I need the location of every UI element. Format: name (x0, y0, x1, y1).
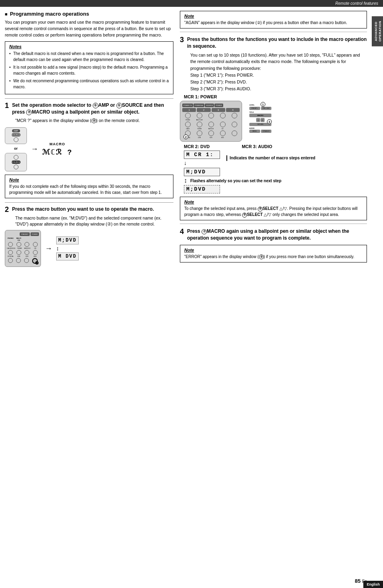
cd-s: CD (217, 128, 228, 130)
circle-5 (8, 250, 13, 255)
page-number: 85 (355, 578, 361, 584)
notes-title: Notes (9, 44, 169, 49)
circle-11 (24, 258, 29, 263)
english-label: English (367, 582, 380, 586)
step3-body: You can set up to 10 steps (10 functions… (190, 52, 367, 92)
circle-8 (33, 250, 38, 255)
src-labels-2: V.AUX TUNER MD/CD-R CD (182, 128, 240, 130)
indicates-box: Indicates the number of macro steps ente… (226, 155, 315, 161)
circle-1 (8, 242, 13, 247)
step2-remote-diagram: STANDBY POWER PHONO MULTI CH (5, 230, 173, 267)
multich-label: MULTI CH (15, 237, 23, 241)
s15 (232, 130, 237, 136)
source-btn: SOURCE (12, 133, 20, 136)
s14 (220, 130, 226, 136)
mcr1-section: MCR 1: POWER POWER TV POWER AV SOURCE PO… (180, 94, 367, 142)
empty-s3 (228, 119, 240, 121)
src-circles-2 (182, 122, 240, 127)
arrow-indicates: ↓ (184, 160, 187, 166)
mcr3-label: MCR 3: AUDIO (242, 144, 272, 149)
callout-2: 2 (183, 134, 188, 139)
s12 (197, 130, 202, 136)
right-arrow-btn: ▷ (261, 118, 265, 122)
mdcdr-label: MD/CD-R (24, 248, 31, 249)
intro-text: You can program your own macro and use t… (5, 19, 173, 38)
aux-label: V.AUX/DOCK (7, 248, 15, 249)
dvd-circle-highlight: ↗ (32, 258, 38, 264)
source-sw: SOURCE (205, 104, 214, 107)
arrow-flashes: ↕ Flashes alternately so you can set the… (184, 177, 367, 184)
note-top-title: Note (184, 14, 363, 18)
empty-s5 (228, 137, 240, 138)
step3-title: Press the buttons for the functions you … (187, 36, 367, 50)
header-title: Remote control features (335, 1, 378, 6)
note-item-3: We do not recommend programming continuo… (9, 78, 169, 90)
led-mcr1: M CR 1: (184, 151, 220, 159)
circle-7 (24, 250, 29, 255)
header-bar: Remote control features (0, 0, 383, 7)
power-amp: POWER (214, 104, 223, 107)
s5 (232, 113, 237, 118)
n2: 2 (197, 108, 210, 112)
arrow-right-2: → (45, 244, 52, 253)
vaux-s: V.AUX (182, 128, 194, 130)
preset-plus: PRESET+ (249, 107, 260, 110)
circle-row-1 (7, 242, 39, 247)
step3-body-text: You can set up to 10 steps (10 functions… (190, 53, 360, 71)
section-title: Programming macro operations (5, 11, 173, 17)
led-flow-section: M CR 1: ↓ Indicates the number of macro … (184, 151, 367, 166)
circle-3 (24, 242, 29, 247)
s9 (220, 122, 226, 127)
note-middle-text: To change the selected input area, press… (184, 205, 363, 218)
step3-num: 3 (180, 36, 184, 43)
s7 (197, 122, 202, 127)
amp-btn: AMP (12, 129, 20, 132)
note-item-2: It is not possible to add a new signal (… (9, 64, 169, 76)
audio-label-r: AUDIO (249, 127, 271, 129)
divider-2 (180, 224, 367, 224)
empty1 (23, 237, 31, 241)
circle-row-2 (7, 250, 39, 255)
empty2 (32, 237, 39, 241)
display-mdvd-2: M DVD (56, 252, 79, 260)
circle-6 (16, 250, 21, 255)
cd-label: CD (31, 248, 39, 249)
n1: 1 (182, 108, 196, 112)
step3-proc3: Step 3 ("MCR 3"): Press AUDIO. (190, 86, 251, 91)
note-middle-title: Note (184, 199, 363, 204)
or-label: or (14, 146, 18, 151)
circle-9 (8, 258, 13, 263)
dvr-label: DVR (15, 256, 22, 257)
step2-title: Press the macro button you want to use t… (12, 206, 154, 213)
mcr1-remote: POWER TV POWER AV SOURCE POWER 1 2 3 4 (180, 101, 242, 142)
note-bottom-box: Note "ERROR" appears in the display wind… (180, 245, 367, 262)
standby-btn: STANDBY (20, 232, 30, 236)
step4-num: 4 (180, 228, 184, 235)
multicdr-s: MULTI CDR (194, 119, 205, 121)
s3 (208, 113, 214, 118)
empty-s2 (217, 119, 228, 121)
divider-1 (180, 32, 367, 32)
mdcdr-s: MD/CD-R (206, 128, 217, 130)
title-label: TITLE (249, 111, 271, 113)
notes-list: The default macro is not cleared when a … (9, 51, 169, 90)
preset-btns: PRESET+ STBY DISP (249, 107, 271, 110)
src-circles-3 (182, 130, 240, 136)
display-mdvd-1: M;DVD (56, 236, 79, 244)
source-grid: PHONO MULTI CH (7, 237, 39, 241)
macro-indicator: MACRO ℳℂℛ ? (42, 142, 72, 157)
power-btn: POWER (31, 232, 39, 236)
note1-box: Note If you do not complete each of the … (5, 175, 173, 198)
up-arrow: ↕ (56, 245, 59, 252)
dvr-s: DVR (194, 137, 205, 138)
step1-remote-diagram: AMP SOURCE or SOURCE → MACRO (5, 127, 173, 171)
notes-box: Notes The default macro is not cleared w… (5, 41, 173, 94)
flashes-text: Flashes alternately so you can set the n… (190, 179, 281, 183)
arrow-right-1: → (31, 145, 38, 153)
note-bottom-text: "ERROR" appears in the display window (②… (184, 254, 363, 260)
right-column: Note "AGAIN" appears in the display wind… (180, 11, 367, 270)
num-grid: 1 2 3 4 (182, 108, 240, 112)
note1-text: If you do not complete each of the follo… (9, 183, 169, 195)
step2-num: 2 (5, 206, 9, 213)
power-av: POWER AV (194, 104, 204, 107)
